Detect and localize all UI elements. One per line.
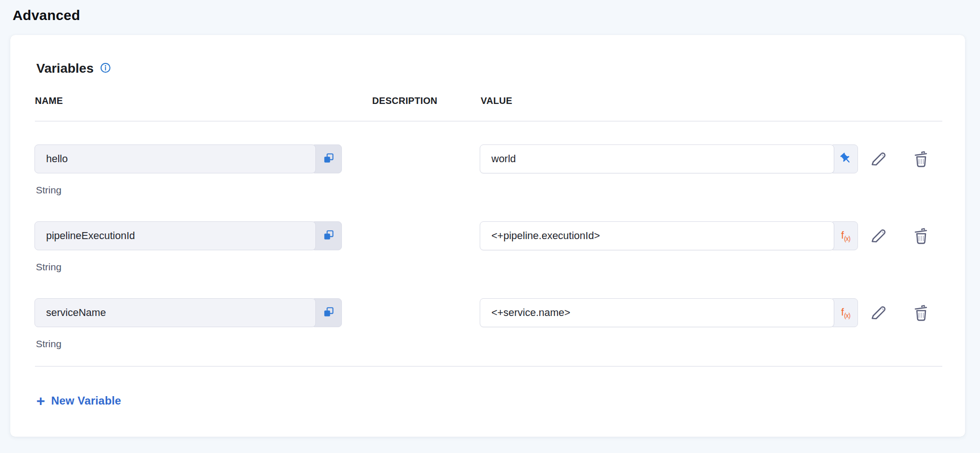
variable-name-control [34,221,342,250]
expression-button[interactable]: f(x) [830,298,858,327]
delete-variable-button[interactable] [910,302,932,324]
edit-variable-button[interactable] [867,226,889,247]
variables-panel: Variables NAME DESCRIPTION VALUE [10,35,965,437]
header-divider [35,121,942,122]
fx-icon: f(x) [841,307,850,319]
plus-icon: + [36,394,45,408]
variable-type-label: String [36,185,61,196]
variable-row-serviceName: String f(x) [10,298,965,368]
delete-variable-button[interactable] [910,149,932,170]
variable-type-label: String [36,338,61,350]
pencil-icon [868,303,888,324]
new-variable-label: New Variable [51,394,121,407]
info-button[interactable] [100,62,112,75]
column-header-description: DESCRIPTION [372,96,437,106]
pin-value-button[interactable] [830,144,858,173]
variable-name-input[interactable] [34,221,316,250]
variable-value-control [480,144,858,173]
fx-icon: f(x) [841,230,850,242]
variable-name-input[interactable] [34,144,316,173]
new-variable-button[interactable]: + New Variable [36,392,121,410]
page-title: Advanced [13,7,80,23]
copy-icon [322,152,335,166]
pencil-icon [868,226,888,247]
panel-heading: Variables [36,61,112,76]
variable-value-control: f(x) [480,298,858,327]
pin-icon [839,152,852,166]
variable-name-input[interactable] [34,298,316,327]
variable-value-input[interactable] [480,298,834,327]
variable-value-input[interactable] [480,221,834,250]
copy-icon [322,229,335,243]
copy-icon [322,306,335,320]
info-icon [100,62,111,75]
trash-icon [911,226,931,247]
variable-type-label: String [36,261,61,273]
delete-variable-button[interactable] [910,226,932,247]
variable-name-control [34,298,342,327]
trash-icon [911,149,931,170]
pencil-icon [868,149,888,170]
edit-variable-button[interactable] [867,302,889,324]
variable-value-control: f(x) [480,221,858,250]
expression-button[interactable]: f(x) [830,221,858,250]
variable-row-pipelineExecutionId: String f(x) [10,221,965,291]
variable-row-hello: String [10,144,965,214]
variables-heading: Variables [36,61,94,76]
column-header-value: VALUE [481,96,512,106]
variable-name-control [34,144,342,173]
edit-variable-button[interactable] [867,149,889,170]
footer-divider [35,366,942,367]
column-header-name: NAME [35,96,63,106]
trash-icon [911,303,931,324]
variable-value-input[interactable] [480,144,834,173]
